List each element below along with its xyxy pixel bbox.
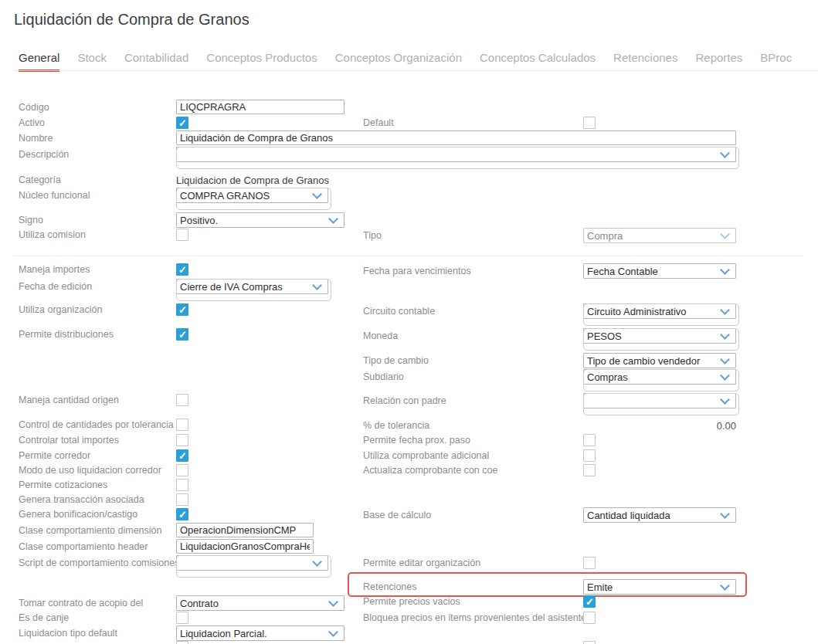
tipo-select[interactable]: Compra (583, 228, 736, 243)
bloquea-precios-label: Bloquea precios en items provenientes de… (363, 612, 586, 623)
nucleo-funcional-value: COMPRA GRANOS (177, 190, 311, 202)
signo-label: Signo (19, 215, 43, 225)
chevron-down-icon (328, 214, 338, 224)
tab-general[interactable]: General (19, 51, 59, 72)
fecha-vencimientos-label: Fecha para vencimientos (363, 266, 471, 276)
partial-bottom-left-checkbox[interactable] (176, 641, 188, 644)
permite-precios-vacios-label: Permite precios vacios (363, 596, 460, 607)
subdiario-label: Subdiario (363, 371, 404, 382)
genera-bonificacion-label: Genera bonificacion/castigo (19, 509, 137, 520)
codigo-input[interactable] (176, 100, 345, 114)
maneja-cantidad-origen-checkbox[interactable] (176, 394, 188, 406)
tomar-contrato-select[interactable]: Contrato (176, 595, 345, 611)
permite-corredor-checkbox[interactable] (176, 449, 188, 462)
script-comisiones-select[interactable] (176, 555, 328, 571)
nucleo-funcional-label: Núcleo funcional (19, 190, 90, 201)
base-calculo-label: Base de cálculo (363, 510, 431, 520)
tab-conceptos-productos[interactable]: Conceptos Productos (206, 51, 317, 72)
nombre-input[interactable] (176, 130, 736, 145)
nucleo-funcional-select[interactable]: COMPRA GRANOS (176, 188, 328, 203)
control-cantidades-label: Control de cantidades por tolerancia (19, 419, 174, 430)
controlar-total-label: Controlar total importes (19, 435, 119, 446)
circuito-contable-select[interactable]: Circuito Administrativo (583, 303, 736, 319)
controlar-total-checkbox[interactable] (176, 434, 188, 446)
permite-distribuciones-label: Permite distribuciones (19, 329, 114, 340)
permite-fecha-prox-checkbox[interactable] (583, 434, 596, 446)
fecha-edicion-select[interactable]: Cierre de IVA Compras (176, 279, 328, 294)
es-canje-checkbox[interactable] (176, 612, 188, 624)
retenciones-select[interactable]: Emite (583, 579, 736, 595)
signo-value: Positivo. (177, 215, 327, 226)
chevron-down-icon (720, 265, 730, 275)
maneja-importes-checkbox[interactable] (176, 263, 188, 276)
chevron-down-icon (720, 371, 730, 381)
default-label: Default (363, 117, 394, 128)
es-canje-label: Es de canje (19, 612, 69, 623)
tab-contabilidad[interactable]: Contabilidad (124, 51, 188, 72)
utiliza-organizacion-label: Utiliza organización (19, 304, 102, 315)
partial-bottom-right-checkbox[interactable] (583, 641, 596, 644)
control-cantidades-checkbox[interactable] (176, 419, 188, 431)
permite-precios-vacios-checkbox[interactable] (583, 595, 596, 608)
default-checkbox[interactable] (583, 117, 596, 129)
script-comisiones-label: Script de comportamiento comisiones (19, 558, 179, 568)
moneda-label: Moneda (363, 330, 398, 341)
page-title: Liquidación de Compra de Granos (14, 11, 249, 29)
moneda-select[interactable]: PESOS (583, 328, 736, 344)
fecha-vencimientos-select[interactable]: Fecha Contable (583, 263, 736, 279)
chevron-down-icon (720, 229, 730, 239)
base-calculo-select[interactable]: Cantidad liquidada (583, 507, 736, 523)
modo-uso-corredor-checkbox[interactable] (176, 464, 188, 476)
descripcion-label: Descripción (19, 149, 69, 160)
activo-label: Activo (19, 117, 45, 128)
tipo-cambio-value: Tipo de cambio vendedor (584, 355, 718, 367)
maneja-cantidad-origen-label: Maneja cantidad origen (19, 395, 119, 405)
tab-reportes[interactable]: Reportes (695, 51, 742, 72)
circuito-contable-value: Circuito Administrativo (584, 306, 718, 317)
chevron-down-icon (720, 354, 730, 364)
permite-editar-org-checkbox[interactable] (583, 557, 596, 569)
chevron-down-icon (720, 330, 730, 340)
clase-header-input[interactable] (176, 539, 314, 554)
tab-bar: General Stock Contabilidad Conceptos Pro… (19, 51, 792, 72)
circuito-contable-label: Circuito contable (363, 306, 435, 317)
utiliza-comprobante-checkbox[interactable] (583, 449, 596, 462)
clase-dimension-label: Clase comportamiento dimensión (19, 525, 162, 536)
tab-bproc[interactable]: BProc (760, 51, 792, 72)
genera-transaccion-label: Genera transacción asociada (19, 494, 144, 505)
relacion-padre-select[interactable] (583, 393, 736, 408)
activo-checkbox[interactable] (176, 117, 188, 129)
bloquea-precios-checkbox[interactable] (583, 612, 596, 624)
utiliza-comprobante-label: Utiliza comprobante adicional (363, 450, 489, 461)
permite-editar-org-label: Permite editar organización (363, 558, 480, 568)
clase-dimension-input[interactable] (176, 523, 314, 537)
tab-retenciones[interactable]: Retenciones (613, 51, 677, 72)
chevron-down-icon (720, 395, 730, 405)
utiliza-comision-checkbox[interactable] (176, 229, 188, 241)
genera-transaccion-checkbox[interactable] (176, 493, 188, 506)
subdiario-select[interactable]: Compras (583, 369, 736, 385)
genera-bonificacion-checkbox[interactable] (176, 508, 188, 520)
tab-conceptos-organizacion[interactable]: Conceptos Organización (335, 51, 462, 72)
tipo-cambio-label: Tipo de cambio (363, 355, 429, 366)
signo-select[interactable]: Positivo. (176, 212, 345, 228)
permite-distribuciones-checkbox[interactable] (176, 328, 188, 341)
fecha-vencimientos-value: Fecha Contable (584, 266, 718, 277)
tomar-contrato-value: Contrato (177, 598, 327, 609)
utiliza-organizacion-checkbox[interactable] (176, 303, 188, 316)
tolerancia-label: % de tolerancia (363, 420, 429, 431)
liquidacion-default-select[interactable]: Liquidacion Parcial. (176, 625, 345, 641)
liquidacion-default-value: Liquidacion Parcial. (177, 628, 327, 639)
permite-fecha-prox-label: Permite fecha prox. paso (363, 435, 470, 446)
tipo-cambio-select[interactable]: Tipo de cambio vendedor (583, 353, 736, 368)
tomar-contrato-label: Tomar contrato de acopio del (19, 598, 143, 608)
descripcion-select[interactable] (176, 147, 736, 162)
tipo-value: Compra (584, 230, 718, 242)
tab-conceptos-calculados[interactable]: Conceptos Calculados (480, 51, 596, 72)
tab-stock[interactable]: Stock (77, 51, 107, 72)
chevron-down-icon (312, 557, 322, 567)
permite-cotizaciones-checkbox[interactable] (176, 479, 188, 491)
permite-corredor-label: Permite corredor (19, 450, 90, 461)
actualiza-comprobante-checkbox[interactable] (583, 464, 596, 476)
actualiza-comprobante-label: Actualiza comprobante con coe (363, 465, 497, 476)
